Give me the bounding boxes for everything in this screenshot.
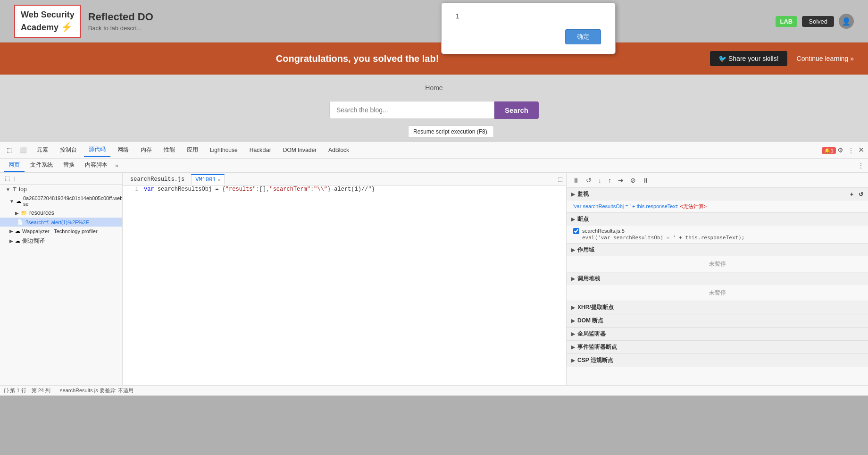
dialog-overlay: 1 确定 (0, 0, 868, 455)
dialog-content: 1 (456, 12, 601, 20)
dialog-button-row: 确定 (456, 29, 601, 44)
alert-dialog: 1 确定 (441, 2, 616, 54)
dialog-ok-button[interactable]: 确定 (565, 29, 601, 44)
